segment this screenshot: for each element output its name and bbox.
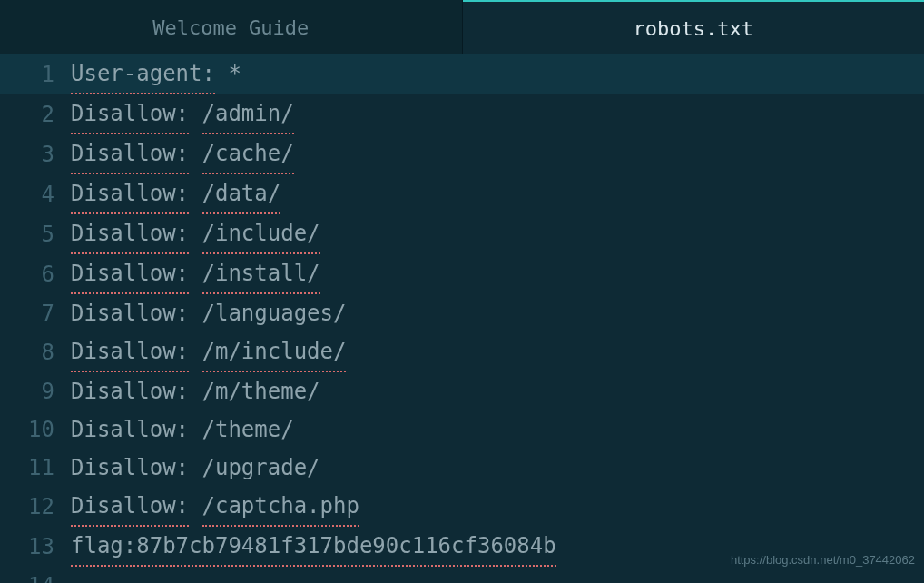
code-token: /include/ — [202, 214, 320, 254]
code-token: /captcha.php — [202, 487, 359, 527]
tab-robots-txt[interactable]: robots.txt — [463, 0, 925, 54]
line-number: 8 — [0, 333, 71, 371]
code-token: /data/ — [202, 174, 281, 214]
code-token: Disallow: — [71, 332, 189, 372]
line-number: 11 — [0, 449, 71, 487]
code-token: Disallow: — [71, 487, 189, 527]
editor-line[interactable]: 11Disallow: /upgrade/ — [0, 449, 924, 487]
line-content: Disallow: /install/ — [71, 254, 924, 294]
line-number: 14 — [0, 567, 71, 583]
editor-area[interactable]: 1User-agent: *2Disallow: /admin/3Disallo… — [0, 54, 924, 583]
code-token: Disallow: — [71, 294, 189, 332]
line-content: User-agent: * — [71, 54, 924, 94]
line-content: Disallow: /admin/ — [71, 94, 924, 134]
code-token: Disallow: — [71, 134, 189, 174]
tab-bar: Welcome Guide robots.txt — [0, 0, 924, 54]
code-token: /admin/ — [202, 94, 294, 134]
line-content: Disallow: /m/theme/ — [71, 372, 924, 410]
line-content: Disallow: /upgrade/ — [71, 449, 924, 487]
line-number: 6 — [0, 255, 71, 293]
line-content: Disallow: /cache/ — [71, 134, 924, 174]
code-token: flag:87b7cb79481f317bde90c116cf36084b — [71, 527, 556, 567]
line-number: 13 — [0, 528, 71, 566]
line-number: 10 — [0, 410, 71, 449]
line-content: Disallow: /theme/ — [71, 410, 924, 449]
tab-label: Welcome Guide — [152, 16, 309, 39]
code-token: /m/theme/ — [189, 372, 320, 410]
code-token: Disallow: — [71, 372, 189, 410]
line-number: 4 — [0, 175, 71, 213]
code-token — [189, 214, 202, 254]
code-token: /upgrade/ — [189, 449, 320, 487]
line-content: Disallow: /data/ — [71, 174, 924, 214]
code-token: /install/ — [202, 254, 320, 294]
code-token — [189, 332, 202, 372]
watermark-text: https://blog.csdn.net/m0_37442062 — [731, 541, 915, 579]
code-token — [189, 134, 202, 174]
tab-label: robots.txt — [634, 17, 753, 40]
code-token: /theme/ — [189, 410, 294, 449]
code-token: Disallow: — [71, 174, 189, 214]
code-token: * — [215, 54, 241, 94]
editor-line[interactable]: 8Disallow: /m/include/ — [0, 332, 924, 372]
editor-line[interactable]: 3Disallow: /cache/ — [0, 134, 924, 174]
editor-line[interactable]: 6Disallow: /install/ — [0, 254, 924, 294]
line-number: 2 — [0, 95, 71, 133]
editor-line[interactable]: 2Disallow: /admin/ — [0, 94, 924, 134]
editor-line[interactable]: 12Disallow: /captcha.php — [0, 487, 924, 527]
editor-line[interactable]: 7Disallow: /languages/ — [0, 294, 924, 332]
code-token: Disallow: — [71, 410, 189, 449]
code-token: Disallow: — [71, 449, 189, 487]
code-token: User-agent: — [71, 54, 215, 94]
line-number: 12 — [0, 488, 71, 526]
editor-line[interactable]: 1User-agent: * — [0, 54, 924, 94]
code-token — [189, 487, 202, 527]
code-token — [189, 174, 202, 214]
code-token: Disallow: — [71, 254, 189, 294]
line-number: 1 — [0, 55, 71, 94]
editor-line[interactable]: 9Disallow: /m/theme/ — [0, 372, 924, 410]
code-token: /m/include/ — [202, 332, 347, 372]
code-token: Disallow: — [71, 94, 189, 134]
code-token — [189, 94, 202, 134]
code-token — [189, 254, 202, 294]
editor-line[interactable]: 5Disallow: /include/ — [0, 214, 924, 254]
line-number: 5 — [0, 215, 71, 253]
line-number: 9 — [0, 372, 71, 410]
code-token: /cache/ — [202, 134, 294, 174]
editor-line[interactable]: 4Disallow: /data/ — [0, 174, 924, 214]
code-token: /languages/ — [189, 294, 346, 332]
code-token: Disallow: — [71, 214, 189, 254]
line-content: Disallow: /captcha.php — [71, 487, 924, 527]
line-content: Disallow: /m/include/ — [71, 332, 924, 372]
line-number: 3 — [0, 135, 71, 173]
line-number: 7 — [0, 294, 71, 332]
tab-welcome-guide[interactable]: Welcome Guide — [0, 0, 463, 54]
line-content: Disallow: /include/ — [71, 214, 924, 254]
editor-line[interactable]: 10Disallow: /theme/ — [0, 410, 924, 449]
line-content: Disallow: /languages/ — [71, 294, 924, 332]
